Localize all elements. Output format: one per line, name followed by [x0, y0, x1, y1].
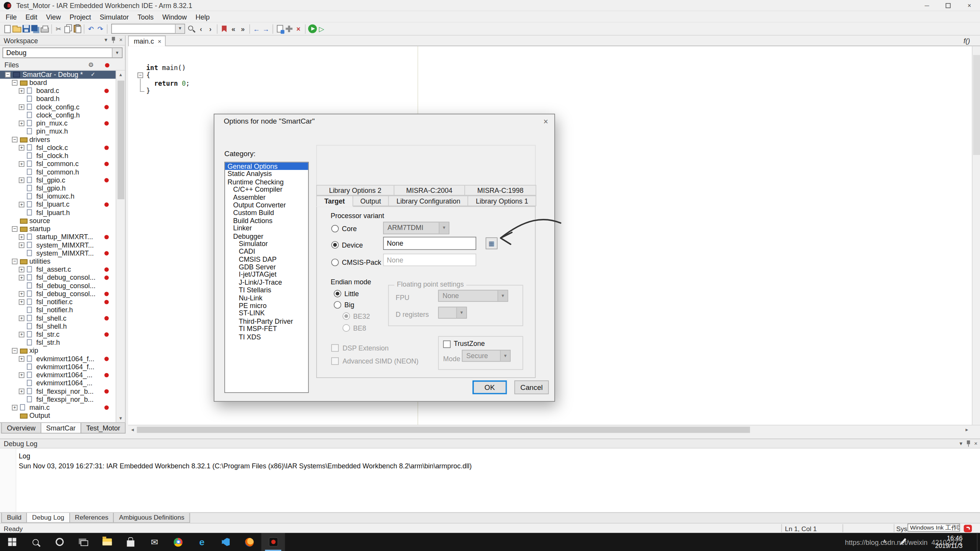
taskbar-chrome-icon[interactable] — [166, 533, 190, 551]
tree-row-fsl-common-h[interactable]: fsl_common.h — [0, 168, 116, 176]
tree-row-fsl-flexspi-nor-b[interactable]: fsl_flexspi_nor_b... — [0, 395, 116, 403]
taskbar-task-view-icon[interactable] — [71, 533, 95, 551]
dropdown-icon[interactable]: ▾ — [105, 37, 107, 43]
toolbar-button[interactable]: ← — [252, 23, 261, 34]
category-debugger[interactable]: Debugger — [225, 232, 308, 240]
tree-row-xip[interactable]: −xip — [0, 347, 116, 355]
tree-row-fsl-flexspi-nor-b[interactable]: +fsl_flexspi_nor_b... — [0, 387, 116, 395]
category-cmsis-dap[interactable]: CMSIS DAP — [225, 255, 308, 263]
toolbar-button[interactable]: ‹ — [196, 23, 206, 34]
options-tab-misra-c-2004[interactable]: MISRA-C:2004 — [394, 185, 465, 196]
expand-plus-icon[interactable]: + — [19, 372, 24, 378]
tree-row-fsl-lpuart-h[interactable]: fsl_lpuart.h — [0, 209, 116, 217]
code-line[interactable]: int main() — [146, 64, 190, 72]
category-build-actions[interactable]: Build Actions — [225, 217, 308, 224]
category-assembler[interactable]: Assembler — [225, 193, 308, 201]
expand-plus-icon[interactable]: + — [19, 389, 24, 395]
expand-plus-icon[interactable]: + — [19, 291, 24, 297]
scrollbar-thumb[interactable] — [118, 81, 124, 199]
menu-item-edit[interactable]: Edit — [21, 11, 42, 22]
tree-row-source[interactable]: source — [0, 217, 116, 225]
menu-item-project[interactable]: Project — [65, 11, 95, 22]
toolbar-button[interactable] — [307, 23, 317, 34]
tree-row-clock-config-h[interactable]: clock_config.h — [0, 111, 116, 119]
options-tab-misra-c-1998[interactable]: MISRA-C:1998 — [464, 185, 536, 196]
tree-row-startup[interactable]: −startup — [0, 225, 116, 233]
category-nu-link[interactable]: Nu-Link — [225, 294, 308, 302]
device-select-button[interactable]: ▦ — [486, 237, 498, 249]
toolbar-button[interactable]: ▷ — [317, 23, 326, 34]
menu-item-window[interactable]: Window — [158, 11, 191, 22]
tree-row-output[interactable]: Output — [0, 412, 116, 420]
tree-row-clock-config-c[interactable]: +clock_config.c — [0, 103, 116, 111]
tree-row-fsl-str-h[interactable]: fsl_str.h — [0, 339, 116, 347]
endian-little-radio[interactable] — [334, 290, 341, 298]
close-panel-icon[interactable]: × — [119, 37, 122, 43]
toolbar-button[interactable]: › — [206, 23, 215, 34]
tree-row-evkmimxrt1064-f[interactable]: +evkmimxrt1064_f... — [0, 355, 116, 363]
expand-plus-icon[interactable]: + — [19, 121, 24, 126]
workspace-tab-test-motor[interactable]: Test_Motor — [80, 423, 126, 434]
category-st-link[interactable]: ST-LINK — [225, 310, 308, 317]
tree-row-fsl-debug-consol[interactable]: fsl_debug_consol... — [0, 282, 116, 290]
ok-button[interactable]: OK — [472, 380, 507, 394]
category-cadi[interactable]: CADI — [225, 248, 308, 255]
toolbar-button[interactable]: ↷ — [96, 23, 105, 34]
cmsis-pack-radio[interactable] — [331, 259, 339, 266]
category-simulator[interactable]: Simulator — [225, 240, 308, 248]
menu-item-simulator[interactable]: Simulator — [95, 11, 133, 22]
tree-row-system-mimxrt[interactable]: system_MIMXRT... — [0, 249, 116, 257]
category-runtime-checking[interactable]: Runtime Checking — [225, 178, 308, 186]
tree-row-fsl-lpuart-c[interactable]: +fsl_lpuart.c — [0, 201, 116, 209]
hscrollbar-thumb[interactable] — [137, 427, 750, 433]
toolbar-button[interactable] — [12, 23, 21, 34]
tab-close-icon[interactable]: × — [158, 38, 162, 45]
expand-plus-icon[interactable]: + — [19, 315, 24, 321]
debug-log-header[interactable]: Debug Log ▾ × — [0, 439, 980, 448]
tree-row-fsl-assert-c[interactable]: +fsl_assert.c — [0, 266, 116, 274]
tree-row-startup-mimxrt[interactable]: +startup_MIMXRT... — [0, 233, 116, 241]
tree-row-fsl-iomuxc-h[interactable]: fsl_iomuxc.h — [0, 192, 116, 201]
toolbar-button[interactable]: » — [238, 23, 247, 34]
message-tab-debug-log[interactable]: Debug Log — [26, 513, 70, 523]
tree-row-evkmimxrt1064[interactable]: evkmimxrt1064_... — [0, 379, 116, 387]
trustzone-checkbox[interactable] — [443, 341, 451, 348]
toolbar-button[interactable] — [284, 23, 294, 34]
category-third-party-driver[interactable]: Third-Party Driver — [225, 317, 308, 325]
taskbar-file-explorer-icon[interactable] — [95, 533, 119, 551]
taskbar-edge-icon[interactable]: e — [190, 533, 214, 551]
fold-collapse-icon[interactable]: − — [137, 72, 143, 78]
workspace-tab-smartcar[interactable]: SmartCar — [41, 423, 81, 434]
tree-row-fsl-gpio-c[interactable]: +fsl_gpio.c — [0, 176, 116, 184]
menu-item-tools[interactable]: Tools — [133, 11, 158, 22]
category-gdb-server[interactable]: GDB Server — [225, 263, 308, 271]
core-dropdown[interactable]: ARM7TDMI ▾ — [383, 222, 449, 235]
combo-dropdown-icon[interactable]: ▾ — [175, 24, 184, 33]
expand-plus-icon[interactable]: + — [12, 405, 18, 411]
expand-plus-icon[interactable]: + — [19, 104, 24, 110]
tree-row-fsl-shell-c[interactable]: +fsl_shell.c — [0, 314, 116, 322]
scroll-left-icon[interactable]: ◄ — [128, 425, 137, 434]
category-ti-msp-fet[interactable]: TI MSP-FET — [225, 325, 308, 333]
tree-row-fsl-clock-h[interactable]: fsl_clock.h — [0, 152, 116, 160]
toolbar-button[interactable] — [63, 23, 72, 34]
tree-row-board[interactable]: −board — [0, 79, 116, 87]
core-radio[interactable] — [331, 225, 339, 233]
taskbar-mail-icon[interactable]: ✉ — [142, 533, 166, 551]
category-pe-micro[interactable]: PE micro — [225, 302, 308, 310]
taskbar-firefox-icon[interactable] — [237, 533, 261, 551]
options-tab-target[interactable]: Target — [316, 196, 353, 207]
toolbar-button[interactable]: ✂ — [54, 23, 63, 34]
scroll-right-icon[interactable]: ► — [962, 425, 971, 434]
toolbar-button[interactable] — [21, 23, 31, 34]
debug-log-content[interactable]: Log Sun Nov 03, 2019 16:27:31: IAR Embed… — [0, 448, 980, 512]
expand-plus-icon[interactable]: + — [19, 332, 24, 337]
toolbar-button[interactable] — [72, 23, 82, 34]
tree-row-fsl-notifier-h[interactable]: fsl_notifier.h — [0, 306, 116, 314]
category-c-c-compiler[interactable]: C/C++ Compiler — [225, 186, 308, 193]
options-tab-library-configuration[interactable]: Library Configuration — [389, 196, 469, 206]
toolbar-button[interactable] — [31, 23, 40, 34]
chevron-down-icon[interactable]: ▾ — [112, 48, 122, 57]
menu-item-help[interactable]: Help — [191, 11, 214, 22]
taskbar-iar-icon[interactable] — [261, 533, 285, 551]
